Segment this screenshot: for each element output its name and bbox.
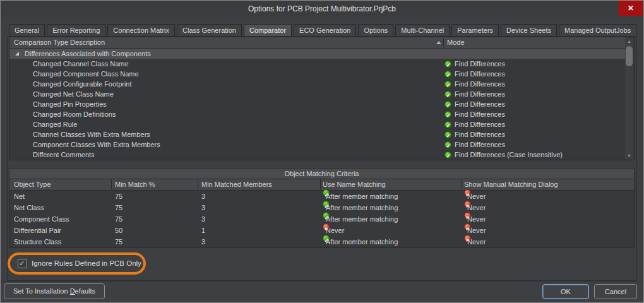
group-row[interactable]: Differences Associated with Components — [9, 49, 625, 59]
comparison-row[interactable]: Changed Configurable FootprintFind Diffe… — [9, 79, 625, 89]
checkbox-label: Ignore Rules Defined in PCB Only — [32, 259, 141, 267]
show-manual-matching-label: Never — [467, 225, 486, 236]
criteria-row[interactable]: Differential Pair501NeverNever — [9, 225, 634, 236]
column-divider[interactable] — [198, 179, 198, 189]
defaults-label-post: efaults — [75, 287, 95, 295]
mode-label: Find Differences — [455, 121, 505, 128]
column-header-object-type[interactable]: Object Type — [14, 179, 51, 190]
mode-cell[interactable]: Find Differences (Case Insensitive) — [444, 150, 563, 160]
min-match-cell[interactable]: 75 — [115, 191, 122, 202]
min-members-cell[interactable]: 3 — [201, 202, 205, 213]
tab-comparator[interactable]: Comparator — [244, 24, 292, 37]
criteria-row[interactable]: Net Class753After member matchingNever — [9, 202, 634, 213]
comparison-row[interactable]: Changed Net Class NameFind Differences — [9, 89, 625, 99]
comparison-row[interactable]: Changed Component Class NameFind Differe… — [9, 69, 625, 79]
tab-connection-matrix[interactable]: Connection Matrix — [107, 24, 175, 37]
close-button[interactable]: ✕ — [619, 1, 643, 16]
min-members-cell[interactable]: 1 — [201, 225, 205, 236]
column-divider[interactable] — [320, 179, 321, 189]
comparison-row[interactable]: Component Classes With Extra MembersFind… — [9, 140, 625, 150]
criteria-section-title: Object Matching Criteria — [9, 169, 634, 179]
green-check-icon — [444, 101, 451, 108]
tab-managed-outputjobs[interactable]: Managed OutputJobs — [559, 24, 636, 37]
criteria-row[interactable]: Component Class753After member matchingN… — [9, 213, 634, 225]
mode-cell[interactable]: Find Differences — [444, 99, 505, 109]
tab-class-generation[interactable]: Class Generation — [177, 24, 242, 37]
criteria-row[interactable]: Net753After member matchingNever — [9, 191, 634, 202]
mode-label: Find Differences — [455, 141, 505, 148]
tab-error-reporting[interactable]: Error Reporting — [47, 24, 105, 37]
column-header-description[interactable]: Comparison Type Description — [14, 37, 105, 48]
tab-general[interactable]: General — [9, 24, 45, 37]
mode-cell[interactable]: Find Differences — [444, 129, 505, 140]
comparison-row[interactable]: Channel Classes With Extra MembersFind D… — [9, 129, 625, 140]
mode-label: Find Differences — [455, 80, 505, 88]
scrollbar-thumb[interactable] — [626, 46, 633, 66]
min-match-cell[interactable]: 50 — [115, 225, 122, 236]
column-header-use-name-matching[interactable]: Use Name Matching — [323, 179, 386, 190]
defaults-label-pre: Set To Installation — [13, 287, 70, 295]
ignore-rules-checkbox-row[interactable]: Ignore Rules Defined in PCB Only — [18, 258, 141, 268]
tab-device-sheets[interactable]: Device Sheets — [501, 24, 557, 37]
mode-cell[interactable]: Find Differences — [444, 119, 505, 129]
group-row-label: Differences Associated with Components — [25, 49, 151, 59]
title-bar: Options for PCB Project Multivibrator.Pr… — [1, 1, 643, 17]
tab-eco-generation[interactable]: ECO Generation — [294, 24, 356, 37]
mode-cell[interactable]: Find Differences — [444, 89, 505, 99]
min-match-cell[interactable]: 75 — [115, 213, 122, 225]
column-header-mode[interactable]: Mode — [447, 37, 465, 48]
comparison-description: Changed Rule — [33, 119, 77, 129]
comparison-row[interactable]: Changed Room DefinitionsFind Differences — [9, 109, 625, 119]
column-header-show-manual-matching-dialog[interactable]: Show Manual Matching Dialog — [464, 179, 558, 190]
criteria-row[interactable]: Structure Class753After member matchingN… — [9, 236, 634, 247]
set-to-installation-defaults-button[interactable]: Set To Installation Defaults — [4, 283, 105, 299]
green-check-icon — [444, 111, 451, 118]
comparison-row[interactable]: Different CommentsFind Differences (Case… — [9, 150, 625, 160]
mode-cell[interactable]: Find Differences — [444, 109, 505, 119]
mode-cell[interactable]: Find Differences — [444, 79, 505, 89]
tab-multi-channel[interactable]: Multi-Channel — [395, 24, 450, 37]
mode-label: Find Differences — [455, 131, 505, 138]
column-divider[interactable] — [443, 38, 444, 47]
criteria-header-row: Object Type Min Match % Min Matched Memb… — [9, 179, 634, 191]
min-match-cell[interactable]: 75 — [115, 202, 122, 213]
green-check-icon — [444, 121, 451, 128]
comparison-row[interactable]: Changed RuleFind Differences — [9, 119, 625, 129]
defaults-label-accel: D — [70, 287, 75, 295]
tab-bar: GeneralError ReportingConnection MatrixC… — [9, 24, 635, 37]
object-type-cell: Net — [14, 191, 25, 202]
mode-label: Find Differences — [455, 100, 505, 108]
column-divider[interactable] — [111, 179, 112, 189]
show-manual-matching-label: Never — [467, 202, 486, 213]
comparison-row[interactable]: Changed Channel Class NameFind Differenc… — [9, 59, 625, 69]
min-members-cell[interactable]: 3 — [201, 236, 205, 247]
object-type-cell: Net Class — [14, 202, 44, 213]
mode-cell[interactable]: Find Differences — [444, 140, 505, 150]
column-header-min-matched-members[interactable]: Min Matched Members — [201, 179, 272, 190]
comparison-table-header[interactable]: Comparison Type Description Mode — [9, 37, 625, 49]
cancel-button[interactable]: Cancel — [594, 284, 637, 299]
show-manual-matching-label: Never — [467, 236, 486, 247]
expand-collapse-icon[interactable] — [15, 52, 19, 56]
comparison-description: Component Classes With Extra Members — [33, 140, 160, 150]
scrollbar-up-icon[interactable]: ▲ — [625, 38, 633, 45]
tab-parameters[interactable]: Parameters — [451, 24, 499, 37]
ok-button[interactable]: OK — [542, 284, 589, 299]
comparison-row[interactable]: Changed Pin PropertiesFind Differences — [9, 99, 625, 109]
green-check-icon — [444, 141, 451, 148]
use-name-matching-label: After member matching — [326, 191, 398, 202]
checkbox-checked-icon[interactable] — [18, 259, 27, 268]
min-match-cell[interactable]: 75 — [115, 236, 122, 247]
column-header-min-match[interactable]: Min Match % — [115, 179, 155, 190]
vertical-scrollbar[interactable]: ▲ ▼ — [625, 38, 633, 159]
column-divider[interactable] — [462, 179, 462, 189]
min-members-cell[interactable]: 3 — [201, 213, 205, 225]
object-matching-criteria-section: Object Matching Criteria Object Type Min… — [9, 168, 635, 248]
comparison-description: Channel Classes With Extra Members — [33, 129, 150, 140]
min-members-cell[interactable]: 3 — [201, 191, 205, 202]
mode-cell[interactable]: Find Differences — [444, 69, 505, 79]
criteria-rows: Net753After member matchingNeverNet Clas… — [9, 191, 634, 247]
scrollbar-down-icon[interactable]: ▼ — [625, 152, 633, 159]
mode-cell[interactable]: Find Differences — [444, 59, 505, 69]
tab-options[interactable]: Options — [358, 24, 393, 37]
